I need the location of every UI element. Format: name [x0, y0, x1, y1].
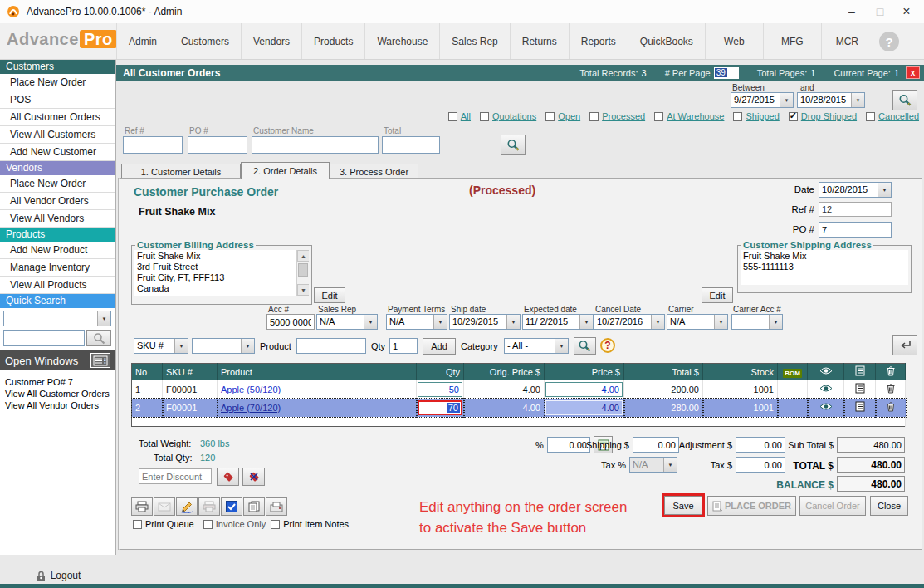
add-button[interactable]: Add [423, 338, 456, 355]
total-search-input[interactable] [382, 136, 440, 154]
edit-billing-button[interactable]: Edit [314, 287, 345, 303]
scroll-thumb[interactable] [298, 263, 308, 277]
item-notes-button[interactable] [848, 401, 872, 412]
nav-item-customers[interactable]: Customers [169, 23, 242, 59]
sidebar-item-view-all-customers[interactable]: View All Customers [0, 126, 115, 144]
price-cell-input[interactable]: 4.00 [545, 400, 623, 415]
nav-item-reports[interactable]: Reports [570, 23, 628, 59]
product-input[interactable] [296, 338, 366, 354]
date-from-select[interactable]: 9/27/2015▼ [731, 92, 794, 108]
help-icon[interactable]: ? [600, 338, 615, 353]
checkbox[interactable] [545, 112, 555, 121]
product-link[interactable]: Apple (50/120) [221, 385, 281, 394]
ref-number-field[interactable] [819, 202, 892, 217]
tax-pct-select[interactable]: N/A▼ [629, 457, 677, 473]
item-notes-button[interactable] [848, 383, 872, 394]
close-button[interactable]: × [894, 2, 919, 21]
view-item-button[interactable] [811, 402, 840, 411]
sales-rep-select[interactable]: N/A▼ [316, 314, 378, 330]
cancel-order-button[interactable]: Cancel Order [799, 496, 866, 516]
checkbox[interactable] [133, 520, 142, 529]
discount-input[interactable] [139, 468, 212, 484]
open-window-item[interactable]: Customer PO# 7 [5, 376, 110, 388]
checkbox[interactable] [654, 112, 663, 121]
product-link[interactable]: Apple (70/120) [221, 403, 281, 413]
category-select[interactable]: - All -▼ [504, 338, 569, 354]
sku-value-select[interactable]: ▼ [192, 338, 255, 354]
po-number-field[interactable] [819, 222, 892, 238]
nav-item-returns[interactable]: Returns [511, 23, 570, 59]
order-search-button[interactable] [501, 135, 526, 155]
checkbox[interactable] [733, 112, 742, 121]
nav-item-quickbooks[interactable]: QuickBooks [628, 23, 706, 59]
print-item-notes-checkbox[interactable]: Print Item Notes [271, 519, 349, 529]
nav-item-admin[interactable]: Admin [116, 23, 169, 59]
adjustment-input[interactable] [736, 437, 785, 453]
tab-process-order[interactable]: 3. Process Order [330, 164, 418, 179]
filter-all[interactable]: All [448, 111, 471, 121]
table-row-selected[interactable]: 2 F00001 Apple (70/120) 70 4.00 4.00 280… [132, 399, 906, 417]
confirm-toggle-button[interactable] [221, 497, 242, 516]
logout-button[interactable]: Logout [0, 566, 116, 585]
print-button[interactable] [131, 497, 153, 516]
remove-discount-button[interactable] [242, 468, 265, 486]
scrollbar[interactable]: ▲ ▼ [296, 250, 309, 296]
sidebar-item-place-new-order[interactable]: Place New Order [0, 74, 115, 91]
quick-search-input[interactable] [3, 330, 85, 346]
date-search-button[interactable] [892, 90, 917, 110]
nav-item-web[interactable]: Web [706, 23, 764, 59]
email-button[interactable] [154, 497, 175, 516]
acc-field[interactable] [266, 314, 315, 330]
fax-button[interactable] [266, 497, 287, 516]
col-bom[interactable]: BOM [778, 364, 808, 380]
sidebar-item-add-new-product[interactable]: Add New Product [0, 242, 115, 259]
tab-order-details[interactable]: 2. Order Details [241, 162, 330, 179]
filter-drop-shipped[interactable]: Drop Shipped [789, 111, 857, 121]
close-page-icon[interactable]: x [906, 66, 920, 79]
minimize-button[interactable]: – [839, 2, 864, 21]
filter-shipped[interactable]: Shipped [733, 111, 779, 121]
col-total[interactable]: Total $ [624, 364, 703, 380]
carrier-acc-select[interactable]: ▼ [731, 314, 783, 330]
price-cell-input[interactable]: 4.00 [545, 382, 623, 397]
sidebar-item-all-customer-orders[interactable]: All Customer Orders [0, 109, 115, 126]
table-row[interactable]: 1 F00001 Apple (50/120) 50 4.00 4.00 200… [132, 380, 906, 399]
view-item-button[interactable] [811, 384, 840, 393]
filter-quotations[interactable]: Quotations [480, 111, 536, 121]
nav-item-salesrep[interactable]: Sales Rep [440, 23, 510, 59]
sidebar-item-manage-inventory[interactable]: Manage Inventory [0, 259, 115, 277]
tax-input[interactable] [736, 457, 785, 473]
checkbox[interactable] [480, 112, 489, 121]
return-button[interactable] [892, 335, 917, 355]
delete-item-button[interactable] [879, 401, 902, 412]
help-icon[interactable]: ? [879, 32, 899, 51]
expected-date-select[interactable]: 11/ 2/2015▼ [522, 314, 594, 330]
sidebar-item-view-all-products[interactable]: View All Products [0, 277, 115, 294]
order-date-select[interactable]: 10/28/2015▼ [819, 182, 892, 198]
sidebar-item-pos[interactable]: POS [0, 91, 115, 109]
sidebar-item-all-vendor-orders[interactable]: All Vendor Orders [0, 193, 115, 210]
quick-search-button[interactable] [86, 330, 111, 346]
invoice-only-checkbox[interactable]: Invoice Only [203, 519, 266, 529]
payment-terms-select[interactable]: N/A▼ [386, 314, 447, 330]
qty-input[interactable] [389, 338, 418, 354]
filter-processed[interactable]: Processed [589, 111, 645, 121]
checkbox[interactable] [789, 112, 798, 121]
customer-name-search-input[interactable] [252, 136, 379, 154]
place-order-button[interactable]: PLACE ORDER [707, 496, 796, 516]
copy-button[interactable] [243, 497, 265, 516]
col-sku[interactable]: SKU # [163, 364, 218, 380]
filter-cancelled[interactable]: Cancelled [866, 111, 919, 121]
po-search-input[interactable] [188, 136, 247, 154]
open-windows-list-button[interactable] [90, 353, 110, 368]
filter-at-warehouse[interactable]: At Warehouse [654, 111, 724, 121]
nav-item-warehouse[interactable]: Warehouse [365, 23, 440, 59]
nav-item-mcr[interactable]: MCR [822, 23, 873, 59]
nav-item-products[interactable]: Products [302, 23, 365, 59]
per-page-input[interactable]: 39 [714, 67, 739, 79]
col-no[interactable]: No [132, 364, 163, 380]
save-button[interactable]: Save [664, 496, 702, 515]
print-preview-button[interactable] [198, 497, 220, 516]
col-price[interactable]: Price $ [545, 364, 624, 380]
checkbox[interactable] [448, 112, 457, 121]
